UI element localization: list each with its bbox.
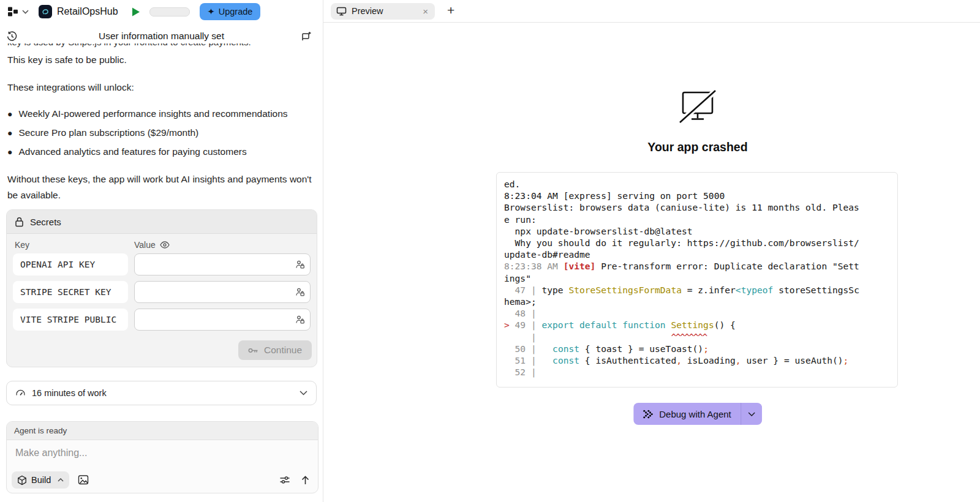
replit-logo-icon [7, 6, 18, 17]
cube-icon [17, 475, 27, 485]
list-item: ●Advanced analytics and features for pay… [7, 142, 317, 161]
secret-row [13, 281, 311, 303]
tab-label: Preview [352, 6, 417, 16]
upgrade-button[interactable]: ✦ Upgrade [200, 3, 261, 20]
new-thread-button[interactable] [299, 29, 313, 43]
chevron-down-icon [300, 391, 307, 395]
secret-key-field[interactable] [13, 253, 128, 275]
secret-key-field[interactable] [13, 281, 128, 303]
gauge-icon [15, 388, 26, 398]
secrets-header: Secrets [7, 210, 317, 234]
key-icon [248, 347, 258, 354]
agent-status: Agent is ready [7, 422, 318, 440]
work-summary-toggle[interactable]: 16 minutes of work [6, 381, 317, 405]
tab-preview[interactable]: Preview × [331, 3, 435, 20]
pane-tabbar: Preview × + [323, 0, 980, 23]
secrets-card: Secrets Key Value [6, 209, 317, 367]
usage-progress-bar [149, 7, 190, 17]
run-button[interactable] [129, 6, 142, 18]
project-icon [39, 5, 52, 18]
prompt-input[interactable] [14, 446, 311, 467]
bullet-icon: ● [7, 147, 12, 157]
message-paragraph: These integrations will unlock: [7, 80, 316, 96]
project-chip[interactable]: RetailOpsHub [39, 5, 118, 18]
secret-value-input[interactable] [134, 281, 311, 303]
clipped-message-line: key is used by Stripe.js in your fronten… [7, 43, 314, 48]
build-mode-button[interactable]: Build [12, 471, 69, 489]
secret-row [13, 253, 311, 275]
agent-dots-icon [643, 409, 653, 419]
chevron-up-icon [58, 478, 64, 482]
crash-title: Your app crashed [496, 140, 899, 154]
account-lock-icon [295, 315, 305, 324]
message-paragraph: Without these keys, the app will work bu… [7, 171, 316, 203]
chat-title: User information manually set [0, 31, 323, 42]
key-column-label: Key [15, 240, 134, 250]
new-tab-button[interactable]: + [445, 4, 457, 18]
message-bullet-list: ●Weekly AI-powered performance insights … [7, 104, 317, 161]
close-icon[interactable]: × [421, 7, 429, 16]
agent-panel: RetailOpsHub ✦ Upgrade User information … [0, 0, 323, 502]
lock-icon [15, 217, 24, 227]
account-lock-icon [295, 260, 305, 269]
project-name: RetailOpsHub [57, 6, 118, 17]
composer: Agent is ready Build [6, 421, 318, 493]
composer-toolbar: Build [12, 471, 312, 489]
secret-value-input[interactable] [134, 253, 311, 275]
value-column-label: Value [134, 240, 156, 250]
monitor-icon [336, 6, 347, 16]
chevron-down-icon [22, 10, 29, 14]
workspace-topbar: RetailOpsHub ✦ Upgrade [0, 0, 323, 23]
crashed-monitor-icon [677, 88, 718, 125]
send-button[interactable] [299, 474, 312, 487]
workspace-menu-button[interactable] [7, 6, 29, 17]
console-output: ed.8:23:04 AM [express] serving on port … [496, 172, 898, 388]
bullet-icon: ● [7, 128, 12, 138]
attach-image-button[interactable] [77, 473, 91, 487]
secret-value-input[interactable] [134, 309, 311, 331]
list-item: ●Weekly AI-powered performance insights … [7, 104, 317, 123]
account-lock-icon [295, 287, 305, 297]
message-paragraph: This key is safe to be public. [7, 52, 316, 68]
continue-button[interactable]: Continue [238, 340, 312, 360]
bullet-icon: ● [7, 109, 12, 119]
debug-with-agent-button[interactable]: Debug with Agent [633, 403, 741, 425]
eye-icon[interactable] [160, 241, 170, 249]
secret-key-field[interactable] [13, 309, 128, 331]
debug-button-group: Debug with Agent [633, 403, 762, 425]
settings-sliders-button[interactable] [278, 474, 292, 486]
secret-row [13, 309, 311, 331]
sparkle-icon: ✦ [208, 7, 215, 17]
secrets-column-headers: Key Value [7, 240, 317, 250]
work-summary-label: 16 minutes of work [32, 388, 293, 398]
debug-dropdown-button[interactable] [741, 403, 762, 425]
preview-pane: Your app crashed ed.8:23:04 AM [express]… [496, 22, 899, 502]
list-item: ●Secure Pro plan subscriptions ($29/mont… [7, 123, 317, 142]
